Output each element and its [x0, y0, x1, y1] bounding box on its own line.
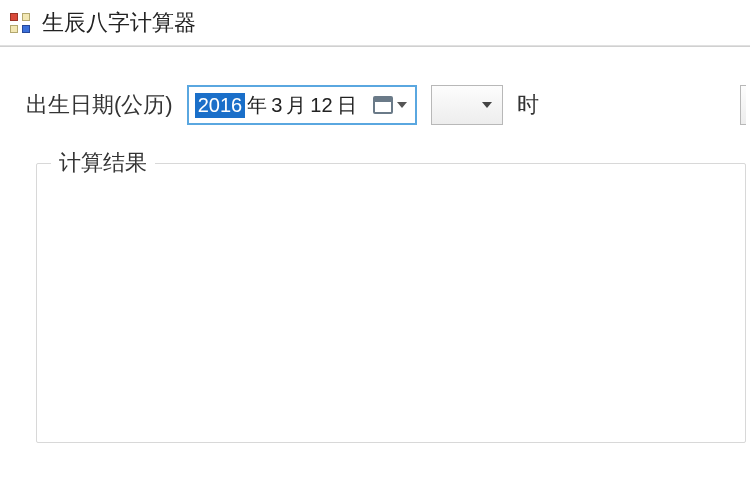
- date-day-suffix: 日: [335, 92, 359, 119]
- title-bar: 生辰八字计算器: [0, 0, 750, 46]
- date-year-selected[interactable]: 2016: [195, 93, 246, 118]
- birth-date-picker[interactable]: 2016 年 3 月 12 日: [187, 85, 417, 125]
- client-area: 出生日期(公历) 2016 年 3 月 12 日 时 计算结果: [0, 46, 750, 443]
- date-year-suffix: 年: [245, 92, 269, 119]
- chevron-down-icon: [482, 102, 492, 108]
- window-title: 生辰八字计算器: [42, 8, 196, 38]
- truncated-control[interactable]: [740, 85, 746, 125]
- date-picker-dropdown-button[interactable]: [369, 94, 411, 116]
- date-value[interactable]: 2016 年 3 月 12 日: [195, 92, 359, 119]
- result-groupbox: 计算结果: [36, 163, 746, 443]
- app-icon: [10, 13, 30, 33]
- birth-date-row: 出生日期(公历) 2016 年 3 月 12 日 时: [26, 85, 746, 125]
- date-day[interactable]: 12: [308, 94, 334, 117]
- date-month[interactable]: 3: [269, 94, 284, 117]
- birth-date-label: 出生日期(公历): [26, 90, 173, 120]
- calendar-icon: [373, 96, 393, 114]
- result-group-title: 计算结果: [51, 148, 155, 178]
- chevron-down-icon: [397, 102, 407, 108]
- hour-unit-label: 时: [517, 90, 539, 120]
- hour-combo[interactable]: [431, 85, 503, 125]
- date-month-suffix: 月: [284, 92, 308, 119]
